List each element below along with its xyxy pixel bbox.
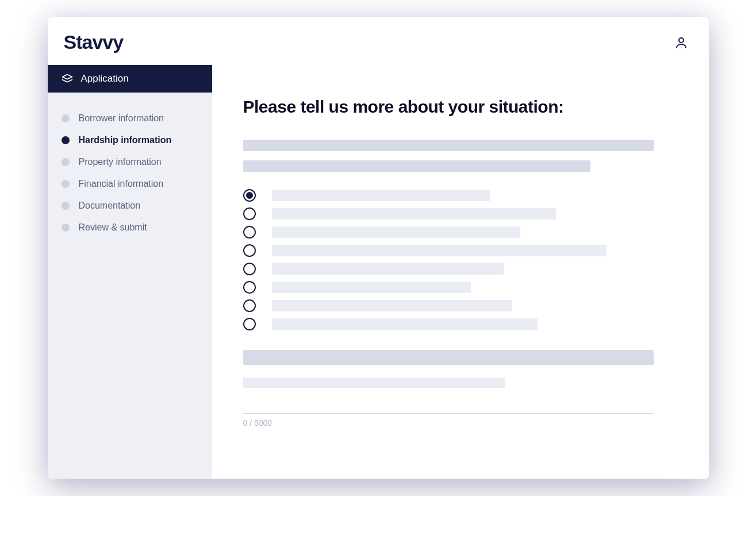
intro-placeholder-block <box>243 140 663 172</box>
radio-option[interactable] <box>243 318 663 330</box>
radio-label-placeholder <box>272 318 538 330</box>
sidebar-header-label: Application <box>81 73 129 84</box>
sidebar-step[interactable]: Documentation <box>48 195 212 217</box>
radio-group <box>243 189 663 330</box>
radio-button[interactable] <box>243 299 256 312</box>
radio-label-placeholder <box>272 282 471 293</box>
layers-icon <box>62 73 73 84</box>
radio-label-placeholder <box>272 263 504 275</box>
main-content: Please tell us more about your situation… <box>212 65 709 479</box>
sidebar-step[interactable]: Borrower information <box>48 107 212 129</box>
radio-button[interactable] <box>243 318 256 330</box>
radio-label-placeholder <box>272 208 556 220</box>
step-dot <box>62 180 70 188</box>
radio-option[interactable] <box>243 263 663 275</box>
step-label: Borrower information <box>79 113 164 124</box>
radio-option[interactable] <box>243 189 663 202</box>
sidebar-header[interactable]: Application <box>48 65 212 93</box>
step-label: Financial information <box>79 179 164 189</box>
radio-label-placeholder <box>272 245 607 256</box>
sidebar-steps: Borrower informationHardship information… <box>48 93 212 239</box>
sidebar-step[interactable]: Property information <box>48 151 212 173</box>
step-label: Property information <box>79 157 162 167</box>
textarea-placeholder <box>243 378 505 388</box>
step-dot <box>62 224 70 232</box>
brand-logo: Stavvy <box>64 31 124 53</box>
radio-button[interactable] <box>243 263 256 275</box>
radio-button[interactable] <box>243 281 256 294</box>
svg-point-0 <box>679 38 684 43</box>
step-dot <box>62 202 70 210</box>
sidebar-step[interactable]: Hardship information <box>48 129 212 151</box>
sidebar-step[interactable]: Review & submit <box>48 217 212 239</box>
step-dot <box>62 114 70 122</box>
radio-option[interactable] <box>243 299 663 312</box>
radio-option[interactable] <box>243 281 663 294</box>
radio-button[interactable] <box>243 226 256 239</box>
char-count: 0 / 5000 <box>243 418 663 428</box>
sidebar: Application Borrower informationHardship… <box>48 65 212 479</box>
step-label: Hardship information <box>79 135 172 145</box>
radio-option[interactable] <box>243 226 663 239</box>
step-dot <box>62 158 70 166</box>
step-label: Review & submit <box>79 222 147 233</box>
textarea-field[interactable] <box>243 378 654 414</box>
step-label: Documentation <box>79 201 141 211</box>
body: Application Borrower informationHardship… <box>48 65 709 479</box>
radio-button[interactable] <box>243 189 256 202</box>
radio-button[interactable] <box>243 244 256 257</box>
radio-label-placeholder <box>272 226 520 238</box>
radio-label-placeholder <box>272 300 512 311</box>
radio-button[interactable] <box>243 207 256 220</box>
placeholder-line <box>243 140 654 151</box>
app-window: Stavvy Application Borrower informationH… <box>48 17 709 479</box>
user-icon[interactable] <box>674 36 688 49</box>
sidebar-step[interactable]: Financial information <box>48 173 212 195</box>
page-title: Please tell us more about your situation… <box>243 97 663 117</box>
header: Stavvy <box>48 17 709 65</box>
radio-option[interactable] <box>243 244 663 257</box>
radio-inner <box>246 192 253 199</box>
radio-label-placeholder <box>272 190 490 201</box>
section-heading-placeholder <box>243 350 654 365</box>
radio-option[interactable] <box>243 207 663 220</box>
svg-marker-1 <box>62 75 72 79</box>
placeholder-line <box>243 160 590 172</box>
step-dot <box>62 136 70 144</box>
